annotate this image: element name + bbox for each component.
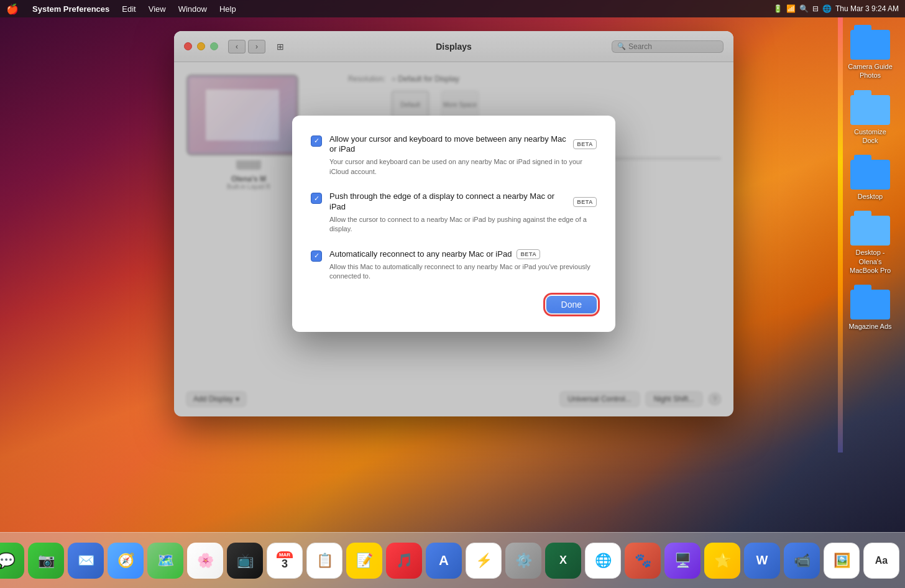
slack-icon: ⚡ — [475, 553, 492, 569]
desktop-icon-label: Magazine Ads — [848, 322, 891, 331]
option-1-title-row: Allow your cursor and keyboard to move b… — [329, 134, 597, 155]
apple-menu[interactable]: 🍎 — [0, 0, 25, 17]
zoom-icon: 📹 — [794, 553, 811, 569]
menubar-wifi: 📶 — [786, 4, 796, 13]
desktop-icon-camera-guide[interactable]: Camera Guide Photos — [845, 25, 895, 80]
desktop-icons-container: Camera Guide Photos Customize Dock Deskt… — [845, 25, 895, 331]
desktop-icon-label: Desktop — [858, 192, 883, 201]
desktop-icon-desktop-pro[interactable]: Desktop - Olena's MacBook Pro — [845, 211, 895, 275]
photos-icon: 🌸 — [197, 553, 214, 569]
menubar-time: Thu Mar 3 9:24 AM — [835, 4, 899, 13]
option-1-beta-badge: BETA — [573, 139, 597, 149]
option-2-beta-badge: BETA — [573, 197, 597, 207]
modal-footer: Done — [311, 296, 597, 313]
menubar-controlcenter[interactable]: ⊟ — [812, 4, 819, 13]
dock-chrome[interactable]: 🌐 — [585, 543, 621, 579]
folder-icon-desktop — [850, 155, 890, 190]
dictionary-icon: Aa — [875, 555, 888, 566]
messages-icon: 💬 — [0, 552, 16, 569]
dock-word[interactable]: W — [744, 543, 780, 579]
folder-icon-dock — [850, 90, 890, 125]
checkbox-option-2[interactable]: ✓ — [311, 193, 322, 204]
menubar-search[interactable]: 🔍 — [799, 4, 809, 13]
checkbox-option-3[interactable]: ✓ — [311, 250, 322, 262]
modal-option-1: ✓ Allow your cursor and keyboard to move… — [311, 134, 597, 177]
dock-calendar[interactable]: MAR 3 — [267, 543, 303, 579]
safari-icon: 🧭 — [117, 553, 134, 569]
dock-screens[interactable]: 🖥️ — [664, 543, 701, 579]
option-2-title-row: Push through the edge of a display to co… — [329, 191, 597, 213]
option-2-description: Allow the cursor to connect to a nearby … — [329, 215, 597, 234]
music-icon: 🎵 — [396, 553, 413, 569]
dock-messages[interactable]: 💬 — [0, 543, 24, 579]
option-3-title-row: Automatically reconnect to any nearby Ma… — [329, 249, 597, 260]
dock-tv[interactable]: 📺 — [227, 543, 263, 579]
screens-icon: 🖥️ — [674, 553, 691, 569]
desktop-icon-label: Customize Dock — [845, 127, 895, 145]
desktop-icon-label: Camera Guide Photos — [845, 62, 895, 80]
menubar-left: 🍎 System Preferences Edit View Window He… — [0, 0, 241, 17]
dock-maps[interactable]: 🗺️ — [147, 543, 183, 579]
sysprefs-icon: ⚙️ — [515, 553, 532, 569]
done-button[interactable]: Done — [546, 296, 597, 313]
menubar-view[interactable]: View — [144, 0, 171, 17]
dock-notes[interactable]: 📝 — [346, 543, 382, 579]
dock-zoom[interactable]: 📹 — [784, 543, 820, 579]
menubar-help[interactable]: Help — [214, 0, 241, 17]
dock-preview[interactable]: 🖼️ — [824, 543, 860, 579]
modal-option-3: ✓ Automatically reconnect to any nearby … — [311, 249, 597, 282]
option-1-description: Your cursor and keyboard can be used on … — [329, 157, 597, 177]
option-3-content: Automatically reconnect to any nearby Ma… — [329, 249, 597, 282]
checkbox-option-1[interactable]: ✓ — [311, 136, 322, 147]
folder-icon-camera — [850, 25, 890, 60]
appstore-icon: A — [439, 553, 449, 569]
preview-icon: 🖼️ — [834, 553, 850, 569]
folder-icon-desktop-pro — [850, 211, 890, 246]
option-2-content: Push through the edge of a display to co… — [329, 191, 597, 234]
desktop-icon-desktop[interactable]: Desktop — [845, 155, 895, 201]
option-1-content: Allow your cursor and keyboard to move b… — [329, 134, 597, 177]
notes-icon: 📝 — [356, 553, 373, 569]
dock-slack[interactable]: ⚡ — [466, 543, 502, 579]
dock-safari[interactable]: 🧭 — [108, 543, 144, 579]
menubar-siri[interactable]: 🌐 — [822, 4, 832, 13]
option-1-title: Allow your cursor and keyboard to move b… — [329, 134, 568, 155]
word-icon: W — [756, 553, 768, 567]
menubar-edit[interactable]: Edit — [117, 0, 140, 17]
dock-dictionary[interactable]: Aa — [863, 543, 899, 579]
excel-icon: X — [559, 554, 567, 567]
chrome-icon: 🌐 — [595, 553, 612, 569]
dock-excel[interactable]: X — [545, 543, 581, 579]
desktop-icon-label: Desktop - Olena's MacBook Pro — [845, 248, 895, 275]
desktop-icon-magazine[interactable]: Magazine Ads — [845, 285, 895, 331]
reminders-icon: 📋 — [316, 553, 333, 569]
dock-facetime[interactable]: 📷 — [28, 543, 64, 579]
option-2-title: Push through the edge of a display to co… — [329, 191, 568, 213]
paw-icon: 🐾 — [635, 553, 651, 569]
dock: 🗂️ 🚀 💬 📷 ✉️ 🧭 🗺️ 🌸 📺 MAR 3 📋 � — [0, 532, 905, 588]
option-3-description: Allow this Mac to automatically reconnec… — [329, 262, 597, 282]
desktop-icon-customize-dock[interactable]: Customize Dock — [845, 90, 895, 145]
dock-photos[interactable]: 🌸 — [187, 543, 223, 579]
folder-icon-magazine — [850, 285, 890, 319]
stars-icon: ⭐ — [714, 553, 731, 569]
menubar-window[interactable]: Window — [173, 0, 212, 17]
dock-reminders[interactable]: 📋 — [306, 543, 342, 579]
dock-appstore[interactable]: A — [426, 543, 462, 579]
dock-paw[interactable]: 🐾 — [625, 543, 661, 579]
dock-mail[interactable]: ✉️ — [68, 543, 104, 579]
dock-sysprefs[interactable]: ⚙️ — [505, 543, 541, 579]
done-button-wrapper: Done — [546, 296, 597, 313]
dock-stars[interactable]: ⭐ — [704, 543, 740, 579]
menubar-app-name[interactable]: System Preferences — [27, 0, 114, 17]
menubar-right: 🔋 📶 🔍 ⊟ 🌐 Thu Mar 3 9:24 AM — [773, 4, 905, 13]
facetime-icon: 📷 — [38, 553, 55, 569]
tv-icon: 📺 — [237, 553, 254, 569]
decorative-strip — [838, 17, 843, 452]
mail-icon: ✉️ — [78, 553, 94, 569]
dock-music[interactable]: 🎵 — [386, 543, 422, 579]
modal-option-2: ✓ Push through the edge of a display to … — [311, 191, 597, 234]
universal-control-dialog: ✓ Allow your cursor and keyboard to move… — [292, 116, 615, 333]
menubar-battery: 🔋 — [773, 4, 783, 13]
modal-overlay: ✓ Allow your cursor and keyboard to move… — [174, 31, 733, 416]
